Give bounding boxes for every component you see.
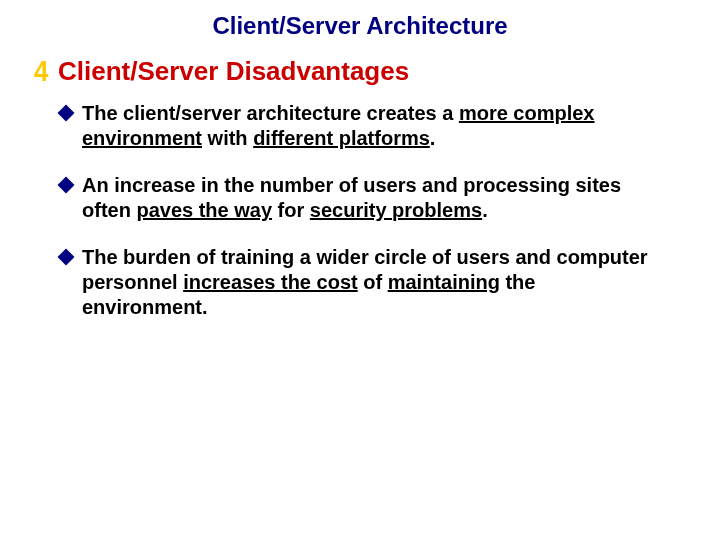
bullet-list: The client/server architecture creates a… xyxy=(82,101,684,320)
item-text: . xyxy=(482,199,488,221)
item-underline: increases the cost xyxy=(183,271,358,293)
list-item: An increase in the number of users and p… xyxy=(82,173,684,223)
diamond-icon xyxy=(58,249,75,266)
slide-title: Client/Server Architecture xyxy=(0,12,720,40)
item-text: The client/server architecture creates a xyxy=(82,102,459,124)
section-heading-row: 4 Client/Server Disadvantages xyxy=(36,56,684,87)
item-text: of xyxy=(358,271,388,293)
list-item: The burden of training a wider circle of… xyxy=(82,245,684,320)
item-underline: different platforms xyxy=(253,127,430,149)
slide-body: 4 Client/Server Disadvantages The client… xyxy=(36,56,684,342)
item-text: . xyxy=(430,127,436,149)
list-item: The client/server architecture creates a… xyxy=(82,101,684,151)
item-text: with xyxy=(202,127,253,149)
item-underline: maintaining xyxy=(388,271,500,293)
item-underline: security problems xyxy=(310,199,482,221)
section-heading: Client/Server Disadvantages xyxy=(58,56,409,87)
item-underline: paves the way xyxy=(136,199,272,221)
item-text: for xyxy=(272,199,310,221)
diamond-icon xyxy=(58,177,75,194)
diamond-icon xyxy=(58,105,75,122)
section-bullet-icon: 4 xyxy=(34,54,47,90)
